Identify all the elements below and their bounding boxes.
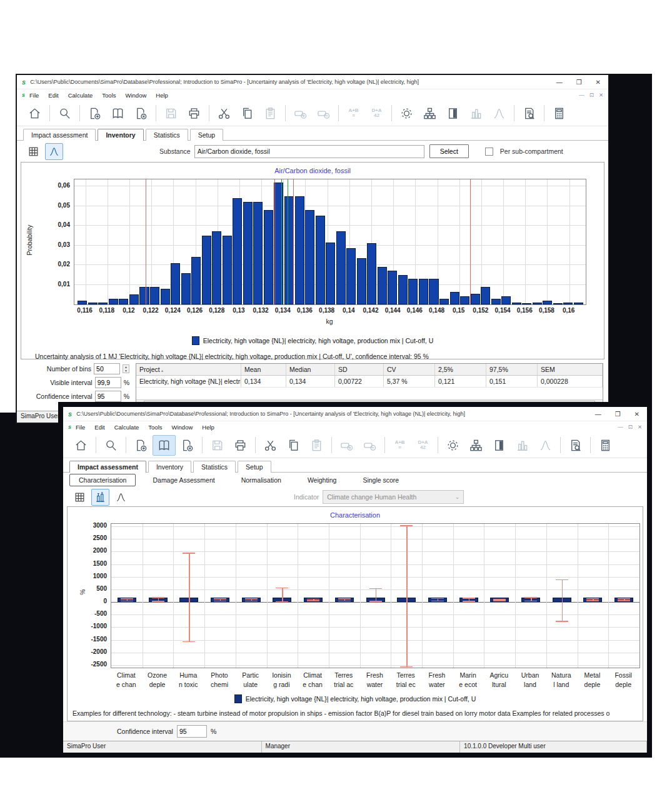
restore-button[interactable]: ❐ bbox=[615, 411, 621, 418]
column-header-3[interactable]: SD bbox=[335, 364, 384, 375]
formula-icon[interactable]: A+B= bbox=[342, 103, 365, 124]
calculator-icon[interactable] bbox=[594, 435, 617, 456]
tab-single-score[interactable]: Single score bbox=[353, 474, 408, 486]
report-search-icon[interactable] bbox=[518, 103, 541, 124]
menu-item-tools[interactable]: Tools bbox=[148, 424, 162, 431]
distribution-curve-icon[interactable] bbox=[534, 435, 557, 456]
cut-icon[interactable] bbox=[259, 435, 282, 456]
menu-item-help[interactable]: Help bbox=[156, 92, 168, 99]
mdi-close-button[interactable]: ✕ bbox=[599, 92, 603, 98]
distribution-curve-icon[interactable] bbox=[488, 103, 511, 124]
visible-interval-input[interactable] bbox=[95, 377, 121, 388]
network-tree-icon[interactable] bbox=[464, 435, 488, 456]
close-button[interactable]: ✕ bbox=[596, 79, 601, 86]
copy-icon[interactable] bbox=[282, 435, 305, 456]
home-icon[interactable] bbox=[69, 435, 93, 456]
mdi-minimize-button[interactable]: — bbox=[579, 92, 584, 98]
confidence-interval-input[interactable] bbox=[177, 725, 207, 738]
column-header-1[interactable]: Mean bbox=[241, 364, 286, 375]
table-row[interactable]: Electricity, high voltage {NL}| electric… bbox=[136, 376, 603, 388]
new-item-icon[interactable] bbox=[83, 103, 106, 124]
database-icon[interactable] bbox=[441, 103, 464, 124]
tab-statistics[interactable]: Statistics bbox=[193, 461, 236, 473]
mdi-restore-button[interactable]: ⊡ bbox=[628, 424, 633, 430]
paste-icon[interactable] bbox=[259, 103, 282, 124]
menu-item-calculate[interactable]: Calculate bbox=[114, 424, 139, 431]
bar-chart-icon[interactable] bbox=[464, 103, 488, 124]
delete-item-icon[interactable] bbox=[129, 103, 153, 124]
tab-inventory[interactable]: Inventory bbox=[98, 129, 143, 141]
print-icon[interactable] bbox=[183, 103, 206, 124]
tab-setup[interactable]: Setup bbox=[238, 461, 271, 473]
menu-item-help[interactable]: Help bbox=[202, 424, 214, 431]
indicator-dropdown[interactable]: Climate change Human Health ⌄ bbox=[323, 490, 464, 504]
table-view-icon[interactable] bbox=[71, 489, 89, 506]
print-icon[interactable] bbox=[229, 435, 252, 456]
search-icon[interactable] bbox=[53, 103, 76, 124]
paste-icon[interactable] bbox=[305, 435, 328, 456]
database-icon[interactable] bbox=[488, 435, 511, 456]
new-item-icon[interactable] bbox=[129, 435, 153, 456]
tab-inventory[interactable]: Inventory bbox=[148, 461, 191, 473]
mdi-close-button[interactable]: ✕ bbox=[638, 424, 642, 430]
network-tree-icon[interactable] bbox=[418, 103, 441, 124]
bar-chart-icon[interactable] bbox=[511, 435, 534, 456]
distribution-view-icon[interactable] bbox=[45, 143, 63, 160]
menu-item-calculate[interactable]: Calculate bbox=[68, 92, 93, 99]
cut-icon[interactable] bbox=[213, 103, 236, 124]
tab-damage-assessment[interactable]: Damage Assessment bbox=[143, 474, 224, 486]
calculator-icon[interactable] bbox=[548, 103, 571, 124]
confidence-interval-input[interactable] bbox=[95, 391, 121, 402]
restore-button[interactable]: ❐ bbox=[576, 79, 582, 86]
add-line-icon[interactable] bbox=[335, 435, 358, 456]
column-header-5[interactable]: 2,5% bbox=[435, 364, 486, 375]
remove-line-icon[interactable] bbox=[312, 103, 335, 124]
menu-item-edit[interactable]: Edit bbox=[94, 424, 104, 431]
menu-item-file[interactable]: File bbox=[29, 92, 39, 99]
tab-impact-assessment[interactable]: Impact assessment bbox=[69, 461, 146, 473]
tab-statistics[interactable]: Statistics bbox=[146, 129, 188, 141]
add-line-icon[interactable] bbox=[289, 103, 312, 124]
tab-normalisation[interactable]: Normalisation bbox=[232, 474, 291, 486]
menu-item-window[interactable]: Window bbox=[172, 424, 193, 431]
minimize-button[interactable]: — bbox=[556, 79, 563, 86]
close-button[interactable]: ✕ bbox=[634, 411, 639, 418]
value-icon[interactable]: D+A42 bbox=[365, 103, 388, 124]
remove-line-icon[interactable] bbox=[358, 435, 381, 456]
copy-icon[interactable] bbox=[236, 103, 259, 124]
mdi-restore-button[interactable]: ⊡ bbox=[589, 92, 594, 98]
mdi-minimize-button[interactable]: — bbox=[618, 424, 623, 430]
menu-item-file[interactable]: File bbox=[76, 424, 85, 431]
column-header-4[interactable]: CV bbox=[384, 364, 435, 375]
bins-stepper[interactable]: ▲▼ bbox=[123, 364, 129, 373]
column-header-7[interactable]: SEM bbox=[538, 364, 603, 375]
tab-weighting[interactable]: Weighting bbox=[298, 474, 346, 486]
column-header-6[interactable]: 97,5% bbox=[486, 364, 538, 375]
bar-chart-view-icon[interactable] bbox=[91, 489, 109, 506]
settings-gear-icon[interactable] bbox=[441, 435, 464, 456]
per-sub-compartment-checkbox[interactable] bbox=[485, 148, 493, 156]
tab-characterisation[interactable]: Characterisation bbox=[69, 474, 136, 486]
search-icon[interactable] bbox=[99, 435, 123, 456]
show-item-icon[interactable] bbox=[153, 435, 176, 456]
report-search-icon[interactable] bbox=[564, 435, 587, 456]
delete-item-icon[interactable] bbox=[176, 435, 199, 456]
distribution-view-icon[interactable] bbox=[112, 489, 130, 506]
column-header-2[interactable]: Median bbox=[286, 364, 335, 375]
column-header-0[interactable]: Project ▴ bbox=[136, 364, 241, 375]
select-button[interactable]: Select bbox=[429, 144, 469, 158]
settings-gear-icon[interactable] bbox=[395, 103, 418, 124]
save-icon[interactable] bbox=[159, 103, 183, 124]
home-icon[interactable] bbox=[23, 103, 46, 124]
substance-input[interactable] bbox=[194, 145, 424, 158]
table-view-icon[interactable] bbox=[24, 143, 43, 160]
show-item-icon[interactable] bbox=[106, 103, 129, 124]
menu-item-tools[interactable]: Tools bbox=[102, 92, 116, 99]
tab-setup[interactable]: Setup bbox=[190, 129, 223, 141]
minimize-button[interactable]: — bbox=[595, 411, 601, 418]
menu-item-window[interactable]: Window bbox=[126, 92, 147, 99]
save-icon[interactable] bbox=[206, 435, 229, 456]
value-icon[interactable]: D+A42 bbox=[411, 435, 434, 456]
tab-impact-assessment[interactable]: Impact assessment bbox=[23, 129, 96, 141]
formula-icon[interactable]: A+B= bbox=[388, 435, 411, 456]
